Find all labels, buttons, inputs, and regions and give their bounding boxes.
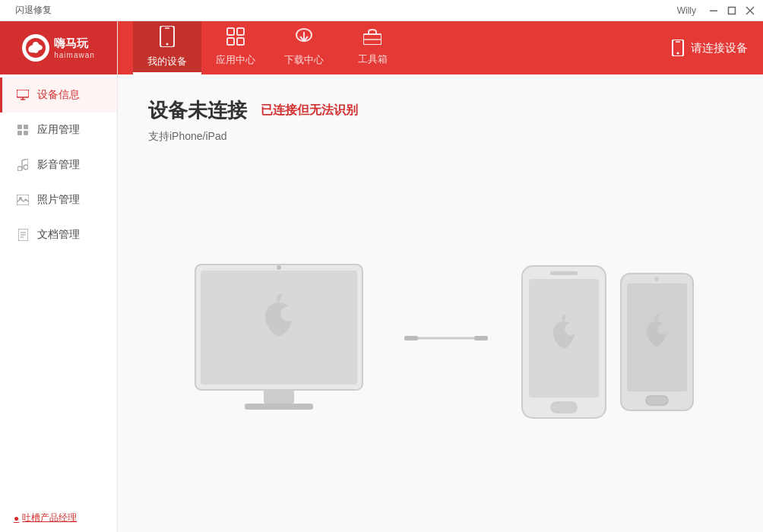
sidebar-label-photo-manage: 照片管理 [37, 193, 80, 207]
topbar: 我的设备 应用中心 [118, 21, 763, 74]
svg-rect-13 [24, 125, 28, 129]
feedback-link[interactable]: ● 吐槽产品经理 [0, 504, 117, 532]
logo: 嗨马玩 haimawan [22, 34, 95, 62]
titlebar-controls: Willy [677, 4, 757, 17]
logo-icon [22, 34, 49, 62]
logo-cn: 嗨马玩 [54, 36, 95, 51]
svg-rect-15 [24, 131, 28, 135]
titlebar-text: 闪退修复 [6, 4, 677, 17]
topnav-app-center[interactable]: 应用中心 [201, 21, 270, 74]
topnav-download-center-label: 下载中心 [284, 53, 324, 67]
connect-label: 请连接设备 [691, 41, 748, 55]
svg-rect-14 [17, 131, 22, 135]
my-device-icon [157, 26, 177, 52]
svg-point-39 [677, 52, 679, 55]
svg-point-8 [33, 42, 39, 48]
topnav-toolbox[interactable]: 工具箱 [338, 21, 407, 74]
app-center-icon [226, 27, 245, 50]
svg-rect-49 [474, 336, 488, 340]
sidebar-label-device-info: 设备信息 [37, 88, 80, 102]
sidebar-item-media-manage[interactable]: 影音管理 [0, 147, 117, 182]
svg-rect-59 [646, 396, 668, 405]
svg-rect-47 [404, 336, 418, 340]
svg-rect-0 [710, 10, 717, 11]
document-icon [16, 228, 30, 242]
photo-icon [16, 193, 30, 207]
svg-rect-54 [551, 402, 577, 413]
svg-rect-45 [245, 404, 313, 410]
sidebar: 嗨马玩 haimawan 设备信息 [0, 21, 118, 532]
close-button[interactable] [743, 4, 757, 17]
logo-en: haimawan [54, 50, 95, 60]
topnav-toolbox-label: 工具箱 [358, 52, 388, 66]
svg-point-16 [17, 166, 22, 171]
feedback-label: 吐槽产品经理 [22, 511, 77, 524]
svg-rect-1 [729, 7, 736, 14]
svg-rect-12 [17, 125, 22, 129]
restore-button[interactable] [725, 4, 739, 17]
logo-text: 嗨马玩 haimawan [54, 36, 95, 61]
svg-rect-9 [17, 90, 29, 97]
sidebar-item-app-manage[interactable]: 应用管理 [0, 112, 117, 147]
svg-point-17 [24, 165, 28, 169]
topnav-app-center-label: 应用中心 [216, 53, 255, 67]
connect-device-icon [671, 40, 685, 56]
sidebar-nav: 设备信息 应用管理 [0, 74, 117, 504]
svg-rect-52 [550, 271, 578, 275]
titlebar: 闪退修复 Willy [0, 0, 763, 21]
user-label: Willy [677, 5, 696, 16]
svg-point-43 [280, 306, 296, 321]
music-icon [16, 158, 30, 172]
connect-indicator: 请连接设备 [671, 40, 748, 56]
toolbox-icon [363, 28, 382, 49]
right-panel: 我的设备 应用中心 [118, 21, 763, 532]
device-subtitle: 支持iPhone/iPad [148, 130, 733, 144]
svg-rect-33 [237, 38, 244, 45]
svg-rect-32 [227, 38, 234, 45]
svg-line-20 [22, 159, 28, 160]
minimize-button[interactable] [707, 4, 720, 17]
main-content: 设备未连接 已连接但无法识别 支持iPhone/iPad [118, 74, 763, 532]
devices-illustration [518, 262, 697, 422]
cable-illustration [404, 332, 488, 344]
sidebar-item-device-info[interactable]: 设备信息 [0, 78, 117, 112]
sidebar-label-app-manage: 应用管理 [37, 123, 80, 137]
illustration [148, 182, 733, 509]
logo-area: 嗨马玩 haimawan [0, 21, 117, 74]
flash-repair-label: 闪退修复 [15, 4, 52, 17]
device-status-row: 设备未连接 已连接但无法识别 [148, 97, 733, 124]
svg-point-53 [565, 323, 577, 335]
topnav-download-center[interactable]: 下载中心 [270, 21, 338, 74]
monitor-icon [16, 88, 30, 102]
sidebar-label-media-manage: 影音管理 [37, 158, 80, 172]
device-status-title: 设备未连接 [148, 97, 247, 124]
svg-point-46 [277, 265, 281, 270]
svg-rect-30 [227, 28, 234, 35]
svg-point-28 [166, 43, 169, 45]
monitor-illustration [184, 257, 374, 435]
sidebar-item-photo-manage[interactable]: 照片管理 [0, 182, 117, 217]
device-status-badge: 已连接但无法识别 [261, 103, 358, 119]
svg-rect-44 [264, 390, 294, 404]
download-center-icon [294, 27, 314, 50]
sidebar-label-doc-manage: 文档管理 [37, 228, 80, 242]
svg-point-57 [654, 277, 659, 281]
apps-icon [16, 123, 30, 137]
topnav-my-device-label: 我的设备 [147, 55, 187, 68]
svg-rect-31 [237, 28, 244, 35]
topnav-my-device[interactable]: 我的设备 [133, 21, 201, 74]
feedback-icon: ● [14, 513, 19, 524]
svg-point-58 [657, 324, 668, 334]
app-container: 嗨马玩 haimawan 设备信息 [0, 21, 763, 532]
sidebar-item-doc-manage[interactable]: 文档管理 [0, 217, 117, 252]
